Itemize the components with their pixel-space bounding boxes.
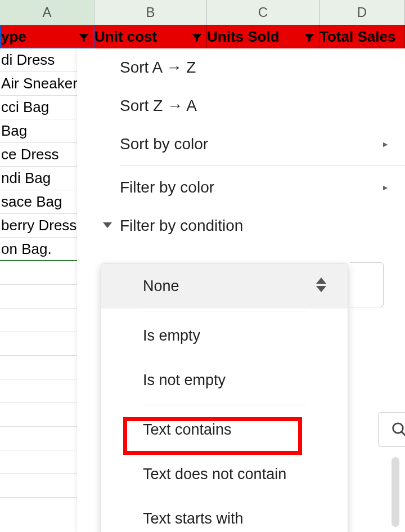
header-cell-units-sold[interactable]: Units Sold [207,25,320,48]
search-button[interactable] [378,412,405,447]
condition-is-not-empty[interactable]: Is not empty [101,358,348,403]
divider [143,405,306,405]
condition-text-not-contain[interactable]: Text does not contain [101,452,348,497]
selector-border [350,262,384,307]
column-letters-row: A B C D [0,0,405,25]
search-icon [391,421,406,438]
header-label: Units Sold [207,28,303,46]
filter-by-condition[interactable]: Filter by condition [77,207,405,240]
condition-text-contains[interactable]: Text contains [101,408,348,452]
header-cell-type[interactable]: ype [0,25,94,48]
condition-is-empty[interactable]: Is empty [101,314,348,358]
divider [143,311,306,311]
divider [120,166,405,166]
filter-menu: Sort A → Z Sort Z → A Sort by color Filt… [77,48,405,532]
condition-none[interactable]: None [101,264,348,309]
filter-icon[interactable] [78,30,90,43]
col-letter-d[interactable]: D [320,0,405,25]
header-cell-total-sales[interactable]: Total Sales [320,25,405,48]
filter-icon[interactable] [191,30,203,43]
condition-dropdown: None Is empty Is not empty Text contains… [101,263,348,532]
condition-label: None [143,278,179,294]
table-header-row: ype Unit cost Units Sold Total Sales [0,25,405,48]
sort-by-color[interactable]: Sort by color [77,125,405,163]
filter-condition-label: Filter by condition [120,217,243,234]
svg-point-0 [393,423,403,433]
sort-za[interactable]: Sort Z → A [77,87,405,125]
svg-line-1 [401,432,405,436]
header-cell-unit-cost[interactable]: Unit cost [94,25,207,48]
scrollbar-thumb[interactable] [392,457,399,527]
header-label: ype [1,28,78,46]
col-letter-a[interactable]: A [0,0,94,25]
chevron-down-icon [103,222,112,228]
sort-arrows-icon[interactable] [316,273,330,297]
col-letter-b[interactable]: B [94,0,207,25]
condition-text-starts[interactable]: Text starts with [101,497,348,532]
col-letter-c[interactable]: C [207,0,320,25]
filter-icon[interactable] [303,30,316,43]
header-label: Total Sales [320,28,401,46]
sort-az[interactable]: Sort A → Z [77,48,405,87]
filter-by-color[interactable]: Filter by color [77,168,405,207]
header-label: Unit cost [94,28,191,46]
